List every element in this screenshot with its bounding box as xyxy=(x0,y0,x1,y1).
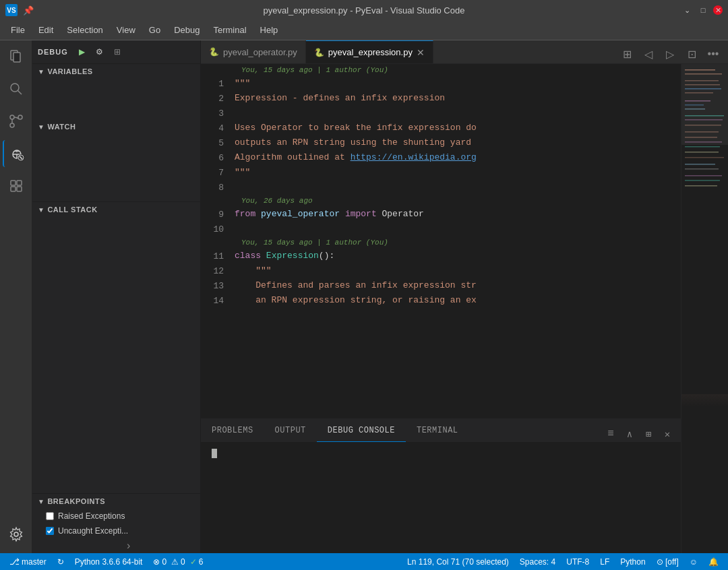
status-language[interactable]: Python xyxy=(616,553,649,570)
raised-exceptions-checkbox[interactable] xyxy=(46,512,54,520)
activity-settings[interactable] xyxy=(3,521,30,548)
code-line-2: 2 Expression - defines an infix expressi… xyxy=(201,91,681,106)
panel-tab-debug-console[interactable]: DEBUG CONSOLE xyxy=(317,419,406,442)
line-content-1: """ xyxy=(235,76,681,91)
breakpoints-arrow: ▼ xyxy=(38,498,44,505)
callstack-header[interactable]: ▼ CALL STACK xyxy=(32,202,200,217)
menu-file[interactable]: File xyxy=(5,24,30,36)
menu-terminal[interactable]: Terminal xyxy=(208,24,251,36)
debug-run-button[interactable]: ▶ xyxy=(75,44,90,59)
line-content-7: """ xyxy=(235,165,681,180)
line-content-9: from pyeval_operator import Operator xyxy=(235,207,681,222)
bell-icon: 🔔 xyxy=(708,557,719,567)
uncaught-exceptions-label: Uncaught Excepti... xyxy=(58,526,128,536)
uncaught-exceptions-checkbox[interactable] xyxy=(46,527,54,535)
debug-controls: ▶ ⚙ ⊞ xyxy=(75,44,125,59)
line-num-2: 2 xyxy=(201,94,235,104)
activity-bottom-icons xyxy=(3,521,30,553)
callstack-content xyxy=(32,217,200,365)
split-editor-button[interactable]: ⊞ xyxy=(617,44,636,63)
navigate-back-button[interactable]: ▷ xyxy=(661,44,679,63)
branch-label: master xyxy=(22,557,47,567)
minimize-button[interactable]: ⌄ xyxy=(681,4,693,16)
callstack-arrow: ▼ xyxy=(38,206,44,214)
callstack-section: ▼ CALL STACK xyxy=(32,201,200,365)
sync-icon: ↻ xyxy=(57,557,64,567)
status-sync[interactable]: ↻ xyxy=(53,553,68,570)
debug-header: DEBUG ▶ ⚙ ⊞ xyxy=(32,40,200,64)
tab-pyeval-expression[interactable]: 🐍 pyeval_expression.py ✕ xyxy=(306,40,433,63)
panel-content[interactable] xyxy=(201,443,681,553)
status-bell[interactable]: 🔔 xyxy=(704,553,723,570)
status-python[interactable]: Python 3.6.6 64-bit xyxy=(71,553,147,570)
code-editor[interactable]: You, 15 days ago | 1 author (You) 1 """ … xyxy=(201,64,681,553)
status-position[interactable]: Ln 119, Col 71 (70 selected) xyxy=(403,553,513,570)
code-line-7: 7 """ xyxy=(201,165,681,180)
breakpoints-label: BREAKPOINTS xyxy=(47,497,105,505)
watch-header[interactable]: ▼ WATCH xyxy=(32,119,200,134)
variables-header[interactable]: ▼ VARIABLES xyxy=(32,64,200,79)
python-version-label: Python 3.6.6 64-bit xyxy=(75,557,143,567)
activity-extensions[interactable] xyxy=(3,172,30,199)
svg-rect-39 xyxy=(685,164,715,165)
menu-go[interactable]: Go xyxy=(144,24,166,36)
branch-icon: ⎇ xyxy=(9,557,20,567)
maximize-button[interactable]: □ xyxy=(697,4,709,16)
warning-count: 0 xyxy=(181,557,185,567)
tab-pyeval-operator[interactable]: 🐍 pyeval_operator.py xyxy=(201,40,306,63)
menu-help[interactable]: Help xyxy=(255,24,284,36)
panel-split-button[interactable]: ⊞ xyxy=(640,426,657,442)
line-num-7: 7 xyxy=(201,168,235,178)
panel-tab-output[interactable]: OUTPUT xyxy=(264,419,317,442)
panel-collapse-button[interactable]: ∧ xyxy=(621,426,638,442)
activity-source-control[interactable] xyxy=(3,108,30,135)
editor-layout-button[interactable]: ⊡ xyxy=(682,44,701,63)
activity-search[interactable] xyxy=(3,75,30,102)
callstack-label: CALL STACK xyxy=(47,205,97,214)
code-scroll[interactable]: You, 15 days ago | 1 author (You) 1 """ … xyxy=(201,64,681,418)
titlebar: VS 📌 pyeval_expression.py - PyEval - Vis… xyxy=(0,0,728,20)
code-line-13: 13 Defines and parses an infix expressio… xyxy=(201,278,681,293)
activity-explorer[interactable] xyxy=(3,43,30,70)
language-label: Python xyxy=(620,557,645,567)
panel-tab-problems[interactable]: PROBLEMS xyxy=(201,419,264,442)
menu-edit[interactable]: Edit xyxy=(33,24,59,36)
line-num-1: 1 xyxy=(201,79,235,89)
line-num-14: 14 xyxy=(201,296,235,306)
activity-debug[interactable]: Debug (Ctrl+Shift+D) xyxy=(3,140,30,167)
status-spaces[interactable]: Spaces: 4 xyxy=(516,553,559,570)
panel-filter-button[interactable]: ≡ xyxy=(603,426,619,442)
panel-close-button[interactable]: ✕ xyxy=(659,426,675,442)
blame-text-3: You, 15 days ago | 1 author (You) xyxy=(241,239,388,247)
debug-gear-button[interactable]: ⚙ xyxy=(92,44,107,59)
status-smiley[interactable]: ☺ xyxy=(686,553,702,570)
debug-more-button[interactable]: ⊞ xyxy=(110,44,125,59)
tab-close-button[interactable]: ✕ xyxy=(417,47,425,58)
more-actions-button[interactable]: ••• xyxy=(704,44,723,63)
status-errors[interactable]: ⊗ 0 ⚠ 0 ✓ 6 xyxy=(149,553,207,570)
line-num-8: 8 xyxy=(201,183,235,193)
close-button[interactable]: ✕ xyxy=(713,5,723,15)
tab-label-0: pyeval_operator.py xyxy=(223,47,297,57)
status-encoding[interactable]: UTF-8 xyxy=(562,553,593,570)
minimap-canvas xyxy=(681,64,728,553)
svg-rect-43 xyxy=(685,185,717,187)
line-content-5: outputs an RPN string using the shunting… xyxy=(235,135,681,150)
breakpoints-more[interactable]: › xyxy=(32,538,200,553)
code-line-3: 3 xyxy=(201,106,681,121)
status-feedback[interactable]: ⊙ [off] xyxy=(653,553,683,570)
menu-debug[interactable]: Debug xyxy=(169,24,205,36)
breakpoints-header[interactable]: ▼ BREAKPOINTS xyxy=(32,494,200,509)
panel-tab-terminal[interactable]: TERMINAL xyxy=(406,419,469,442)
toggle-pin-button[interactable]: ◁ xyxy=(639,44,658,63)
menu-selection[interactable]: Selection xyxy=(61,24,108,36)
status-branch[interactable]: ⎇ master xyxy=(5,553,51,570)
breakpoints-more-button[interactable]: › xyxy=(127,540,130,552)
menu-view[interactable]: View xyxy=(111,24,141,36)
line-content-4: Uses Operator to break the infix express… xyxy=(235,121,681,135)
svg-rect-1 xyxy=(13,53,20,62)
code-line-14: 14 an RPN expression string, or raising … xyxy=(201,293,681,308)
status-eol[interactable]: LF xyxy=(596,553,613,570)
line-content-6: Algorithm outlined at https://en.wikiped… xyxy=(235,150,681,165)
line-content-12: """ xyxy=(235,263,681,278)
